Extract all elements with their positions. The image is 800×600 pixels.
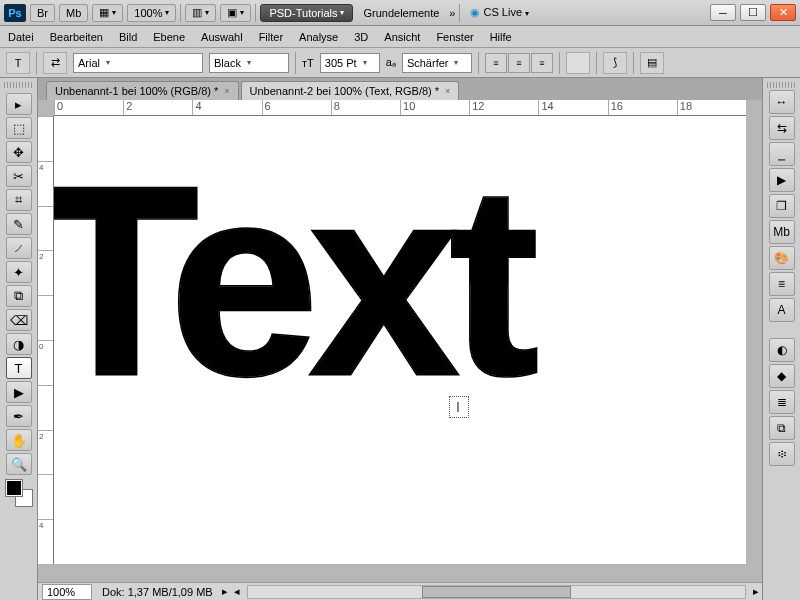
tool-button[interactable]: ⬚ <box>6 117 32 139</box>
panel-icon[interactable]: ፨ <box>769 442 795 466</box>
antialias-icon: aₐ <box>386 56 396 69</box>
close-button[interactable]: ✕ <box>770 4 796 21</box>
font-size-select[interactable]: 305 Pt <box>320 53 380 73</box>
character-panel-button[interactable]: ▤ <box>640 52 664 74</box>
panel-icon[interactable]: ▶ <box>769 168 795 192</box>
separator <box>180 4 181 22</box>
tool-button[interactable]: ◑ <box>6 333 32 355</box>
document-tab[interactable]: Unbenannt-2 bei 100% (Text, RGB/8) *× <box>241 81 460 100</box>
separator <box>459 4 460 22</box>
text-orientation-button[interactable]: ⇄ <box>43 52 67 74</box>
font-weight-select[interactable]: Black <box>209 53 289 73</box>
tool-button[interactable]: ⌗ <box>6 189 32 211</box>
align-left-button[interactable]: ≡ <box>485 53 507 73</box>
menu-datei[interactable]: Datei <box>8 31 34 43</box>
tool-button[interactable]: ✋ <box>6 429 32 451</box>
horizontal-scrollbar[interactable] <box>247 585 746 599</box>
doc-info[interactable]: Dok: 1,37 MB/1,09 MB <box>96 586 219 598</box>
antialias-select[interactable]: Schärfer <box>402 53 472 73</box>
tool-button[interactable]: T <box>6 357 32 379</box>
workspace-more-icon[interactable]: » <box>449 7 455 19</box>
panel-icon[interactable]: 🎨 <box>769 246 795 270</box>
tool-button[interactable]: ⟋ <box>6 237 32 259</box>
panel-icon[interactable]: ↔ <box>769 90 795 114</box>
align-right-button[interactable]: ≡ <box>531 53 553 73</box>
text-layer[interactable]: Text <box>54 126 529 436</box>
cs-live[interactable]: ◉ CS Live <box>464 4 535 21</box>
close-tab-icon[interactable]: × <box>224 86 229 96</box>
bridge-button[interactable]: Br <box>30 4 55 22</box>
panel-icon[interactable]: ❐ <box>769 194 795 218</box>
frames-menu[interactable]: ▦ <box>92 4 123 22</box>
panel-icon[interactable]: ◐ <box>769 338 795 362</box>
panel-icon[interactable]: A <box>769 298 795 322</box>
scroll-right-icon[interactable]: ▸ <box>750 585 762 598</box>
text-tool-indicator[interactable]: T <box>6 52 30 74</box>
tool-button[interactable]: ✎ <box>6 213 32 235</box>
separator <box>255 4 256 22</box>
color-swatches[interactable] <box>6 480 32 506</box>
menu-analyse[interactable]: Analyse <box>299 31 338 43</box>
menu-bild[interactable]: Bild <box>119 31 137 43</box>
menu-3d[interactable]: 3D <box>354 31 368 43</box>
menu-ansicht[interactable]: Ansicht <box>384 31 420 43</box>
tool-button[interactable]: ✦ <box>6 261 32 283</box>
text-cursor <box>449 396 469 418</box>
close-tab-icon[interactable]: × <box>445 86 450 96</box>
vertical-ruler: 42024 <box>38 116 54 564</box>
arrange-menu[interactable]: ▥ <box>185 4 216 22</box>
horizontal-ruler: 024681012141618 <box>54 100 746 116</box>
menu-fenster[interactable]: Fenster <box>436 31 473 43</box>
tool-button[interactable]: ✥ <box>6 141 32 163</box>
document-tab[interactable]: Unbenannt-1 bei 100% (RGB/8) *× <box>46 81 239 100</box>
zoom-menu[interactable]: 100% <box>127 4 176 22</box>
menu-filter[interactable]: Filter <box>259 31 283 43</box>
tool-button[interactable]: ✒ <box>6 405 32 427</box>
panel-icon[interactable]: ⇆ <box>769 116 795 140</box>
minibridge-button[interactable]: Mb <box>59 4 88 22</box>
menu-ebene[interactable]: Ebene <box>153 31 185 43</box>
panel-icon[interactable]: Mb <box>769 220 795 244</box>
workspace-b[interactable]: Grundelemente <box>357 5 445 21</box>
scroll-left-icon[interactable]: ◂ <box>231 585 243 598</box>
font-family-select[interactable]: Arial <box>73 53 203 73</box>
doc-info-arrow-icon[interactable]: ▸ <box>219 585 231 598</box>
tool-button[interactable]: ⌫ <box>6 309 32 331</box>
menu-bearbeiten[interactable]: Bearbeiten <box>50 31 103 43</box>
warp-text-button[interactable]: ⟆ <box>603 52 627 74</box>
app-logo: Ps <box>4 4 26 22</box>
screen-mode-menu[interactable]: ▣ <box>220 4 251 22</box>
panel-icon[interactable]: ⧉ <box>769 416 795 440</box>
menu-hilfe[interactable]: Hilfe <box>490 31 512 43</box>
menu-auswahl[interactable]: Auswahl <box>201 31 243 43</box>
tool-button[interactable]: 🔍 <box>6 453 32 475</box>
canvas[interactable]: Text <box>54 116 746 564</box>
workspace-a[interactable]: PSD-Tutorials <box>260 4 353 22</box>
zoom-field[interactable]: 100% <box>42 584 92 600</box>
panel-grip[interactable] <box>767 82 797 88</box>
tool-button[interactable]: ▶ <box>6 381 32 403</box>
tool-button[interactable]: ✂ <box>6 165 32 187</box>
font-size-icon: тT <box>302 57 314 69</box>
panel-icon[interactable]: ≡ <box>769 272 795 296</box>
panel-icon[interactable]: ≣ <box>769 390 795 414</box>
panel-grip[interactable] <box>4 82 34 88</box>
tool-button[interactable]: ▸ <box>6 93 32 115</box>
panel-icon[interactable]: ◆ <box>769 364 795 388</box>
text-color-swatch[interactable] <box>566 52 590 74</box>
align-center-button[interactable]: ≡ <box>508 53 530 73</box>
panel-icon[interactable]: ⎯ <box>769 142 795 166</box>
maximize-button[interactable]: ☐ <box>740 4 766 21</box>
tool-button[interactable]: ⧉ <box>6 285 32 307</box>
minimize-button[interactable]: ─ <box>710 4 736 21</box>
